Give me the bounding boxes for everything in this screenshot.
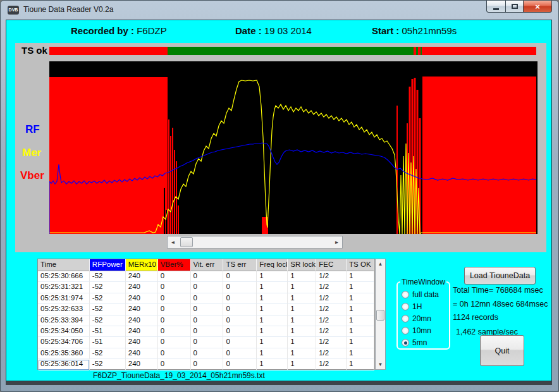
- table-cell: 0: [158, 326, 191, 337]
- table-cell: 1: [347, 282, 374, 293]
- table-cell: -52: [90, 304, 126, 315]
- table-cell: 1: [347, 315, 374, 326]
- radio-icon[interactable]: [402, 327, 409, 334]
- table-cell: 240: [126, 337, 158, 348]
- table-cell: 0: [158, 337, 191, 348]
- table-cell: 0: [158, 282, 191, 293]
- time-window-option-20mn[interactable]: 20mn: [402, 313, 446, 324]
- table-cell: 0: [191, 271, 224, 282]
- scroll-left-icon[interactable]: ◄: [168, 236, 178, 248]
- minimize-button[interactable]: [486, 1, 505, 13]
- table-cell: 05:25:35:360: [38, 348, 90, 359]
- scroll-down-icon[interactable]: ▼: [376, 360, 385, 369]
- radio-label: 10mn: [412, 326, 431, 335]
- column-header[interactable]: FEC: [316, 259, 347, 271]
- table-cell: 240: [126, 271, 158, 282]
- start-time: Start : 05h21mn59s: [372, 25, 457, 36]
- table-row[interactable]: 05:25:31:974-52240000111/21: [38, 293, 374, 304]
- chart-horizontal-scrollbar[interactable]: ◄ ►: [167, 236, 343, 248]
- column-header[interactable]: VBer%: [158, 259, 191, 271]
- radio-label: 20mn: [412, 314, 431, 323]
- vber-region: [49, 77, 168, 234]
- table-cell: 05:25:31:321: [38, 282, 90, 293]
- table-cell: 1: [347, 337, 374, 348]
- table-row[interactable]: 05:25:33:394-52240000111/21: [38, 315, 374, 326]
- table-cell: 1: [257, 348, 288, 359]
- table-cell: 05:25:32:633: [38, 304, 90, 315]
- quit-button[interactable]: Quit: [480, 335, 524, 366]
- table-cell: 0: [223, 326, 257, 337]
- date: Date : 19 03 2014: [235, 25, 312, 36]
- table-cell: 1: [347, 348, 374, 359]
- close-button[interactable]: ×: [524, 1, 552, 13]
- table-cell: 1: [288, 293, 316, 304]
- column-header[interactable]: RFPower: [90, 259, 126, 271]
- radio-icon[interactable]: [402, 303, 409, 310]
- table-cell: 0: [223, 315, 257, 326]
- chart-panel: TS ok RF Mer Vber ◄ ►: [15, 43, 546, 252]
- time-window-title: TimeWindow: [400, 278, 446, 286]
- scrollbar-track[interactable]: [178, 236, 331, 248]
- scrollbar-thumb[interactable]: [180, 237, 193, 247]
- table-cell: 05:25:33:394: [38, 315, 90, 326]
- table-cell: 0: [191, 282, 224, 293]
- table-cell: 1: [347, 271, 374, 282]
- column-header[interactable]: Freq lock: [257, 259, 288, 271]
- table-cell: 1: [347, 304, 374, 315]
- table-cell: 240: [126, 326, 158, 337]
- table-row[interactable]: 05:25:36:014-52240000111/21: [38, 359, 374, 370]
- table-vertical-scrollbar[interactable]: ▲ ▼: [375, 259, 386, 370]
- scroll-up-icon[interactable]: ▲: [376, 259, 385, 269]
- time-window-option-10mn[interactable]: 10mn: [402, 325, 446, 336]
- table-cell: 0: [223, 337, 257, 348]
- table-cell: 0: [191, 359, 224, 370]
- table-cell: 1/2: [316, 271, 347, 282]
- column-header[interactable]: MERx10: [126, 259, 158, 271]
- radio-icon[interactable]: [402, 315, 409, 322]
- table-scrollbar-thumb[interactable]: [376, 310, 384, 321]
- table-cell: 0: [158, 304, 191, 315]
- table-cell: 240: [126, 293, 158, 304]
- table-cell: 1/2: [316, 282, 347, 293]
- title-bar[interactable]: DVB Tioune Data Reader V0.2a ×: [1, 1, 558, 20]
- vber-series-label: Vber: [20, 169, 44, 182]
- scroll-right-icon[interactable]: ►: [331, 236, 342, 248]
- table-row[interactable]: 05:25:31:321-52240000111/21: [38, 282, 374, 293]
- table-cell: 0: [191, 304, 224, 315]
- table-row[interactable]: 05:25:34:050-51240000111/21: [38, 326, 374, 337]
- recorded-by-value: F6DZP: [137, 25, 167, 36]
- table-row[interactable]: 05:25:35:360-52240000111/21: [38, 348, 374, 359]
- table-cell: 0: [223, 282, 257, 293]
- start-label: Start :: [372, 25, 399, 36]
- table-row[interactable]: 05:25:30:666-52240000111/21: [38, 271, 374, 282]
- table-row[interactable]: 05:25:32:633-52240000111/21: [38, 304, 374, 315]
- radio-icon[interactable]: [402, 291, 409, 298]
- rf-series-label: RF: [25, 123, 40, 136]
- column-header[interactable]: Vit. err: [191, 259, 224, 271]
- close-icon: ×: [535, 2, 540, 11]
- radio-icon[interactable]: [402, 339, 409, 346]
- table-cell: 1/2: [316, 337, 347, 348]
- table-cell: 05:25:34:706: [38, 337, 90, 348]
- table-cell: 0: [158, 359, 191, 370]
- table-cell: 1/2: [316, 348, 347, 359]
- load-tiounedata-button[interactable]: Load TiouneData: [464, 267, 536, 285]
- table-row[interactable]: 05:25:34:706-51240000111/21: [38, 337, 374, 348]
- maximize-button[interactable]: [505, 1, 524, 13]
- time-window-option-1H[interactable]: 1H: [402, 301, 446, 312]
- table-cell: 1: [288, 359, 316, 370]
- table-cell: 1/2: [316, 293, 347, 304]
- table-cell: 1: [347, 359, 374, 370]
- minimize-icon: [493, 8, 499, 10]
- column-header[interactable]: TS OK: [347, 259, 374, 271]
- app-icon: DVB: [8, 6, 19, 15]
- column-header[interactable]: SR lock: [288, 259, 316, 271]
- column-header[interactable]: Time: [38, 259, 90, 271]
- time-window-option-full-data[interactable]: full data: [402, 289, 446, 300]
- table-cell: 1: [288, 326, 316, 337]
- table-cell: -52: [90, 315, 126, 326]
- column-header[interactable]: TS err: [223, 259, 257, 271]
- time-window-option-5mn[interactable]: 5mn: [402, 337, 446, 348]
- recorded-by: Recorded by : F6DZP: [71, 25, 167, 36]
- table-cell: 1: [288, 304, 316, 315]
